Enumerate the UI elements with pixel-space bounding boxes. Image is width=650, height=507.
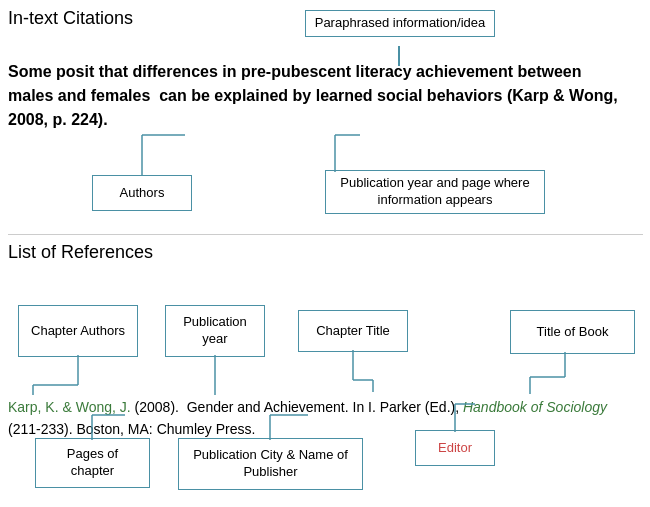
pub-year-connector <box>320 130 400 175</box>
pages-box: Pages of chapter <box>35 438 150 488</box>
ref-pub-year-connector <box>165 355 265 400</box>
pages-connector <box>35 410 150 440</box>
ref-pub-year-box: Publication year <box>165 305 265 357</box>
pub-year-box: Publication year and page where informat… <box>325 170 545 214</box>
pub-city-box: Publication City & Name of Publisher <box>178 438 363 490</box>
separator <box>8 234 643 235</box>
chapter-title-connector <box>298 350 408 400</box>
authors-box: Authors <box>92 175 192 211</box>
chapter-authors-box: Chapter Authors <box>18 305 138 357</box>
authors-connector <box>90 130 210 180</box>
citation-paragraph: Some posit that differences in pre-pubes… <box>8 60 628 132</box>
editor-box: Editor <box>415 430 495 466</box>
title-of-book-box: Title of Book <box>510 310 635 354</box>
editor-connector <box>415 396 515 432</box>
chapter-authors-connector <box>18 355 138 400</box>
paraphrased-box: Paraphrased information/idea <box>305 10 495 37</box>
references-section-title: List of References <box>8 242 153 263</box>
title-of-book-connector <box>510 352 635 402</box>
pub-city-connector <box>178 410 363 440</box>
chapter-title-box: Chapter Title <box>298 310 408 352</box>
intext-section-title: In-text Citations <box>8 8 133 29</box>
